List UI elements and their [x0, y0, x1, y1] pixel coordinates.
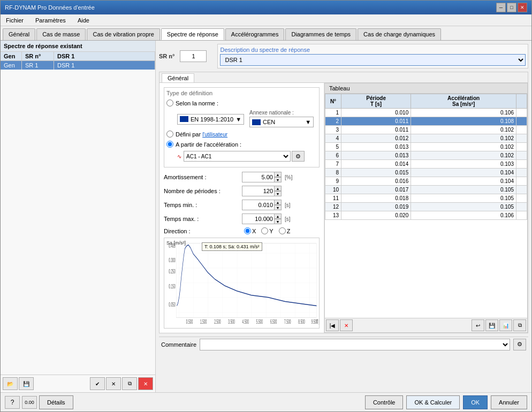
maximize-button[interactable]: □: [507, 3, 516, 12]
dir-y-text: Y: [269, 228, 273, 234]
dir-z-radio[interactable]: [279, 227, 286, 234]
cell-t: 0.020: [341, 211, 411, 220]
table-body: 10.0100.10620.0110.10830.0110.10240.0120…: [325, 109, 527, 220]
table-row[interactable]: 120.0190.105: [325, 203, 527, 211]
table-row[interactable]: 10.0100.106: [325, 109, 527, 117]
accel-select[interactable]: AC1 - AC1: [184, 151, 291, 162]
table-row[interactable]: 80.0150.104: [325, 169, 527, 177]
minimize-button[interactable]: ─: [496, 3, 506, 12]
sr-number-input[interactable]: [180, 50, 207, 62]
table-row[interactable]: 100.0170.105: [325, 186, 527, 194]
menu-aide[interactable]: Aide: [74, 16, 93, 25]
chart-svg: 0.400 0.300 0.250 0.150 0.050 0.500 1.50…: [164, 238, 319, 328]
cell-t: 0.015: [341, 169, 411, 177]
zero-button[interactable]: 0.00: [22, 396, 37, 409]
menu-parametres[interactable]: Paramètres: [32, 16, 69, 25]
table-first-btn[interactable]: |◀: [326, 319, 339, 331]
table-row[interactable]: 60.0130.102: [325, 151, 527, 160]
comment-button[interactable]: ⚙: [513, 339, 526, 350]
col-gen: Gen: [1, 52, 22, 60]
table-save-btn[interactable]: 💾: [485, 319, 498, 331]
annex-flag-icon: [252, 119, 261, 125]
radio-acceleration[interactable]: [166, 141, 173, 148]
dir-x-radio[interactable]: [244, 227, 251, 234]
ok-button[interactable]: OK: [463, 395, 488, 409]
open-button[interactable]: 📂: [3, 377, 18, 390]
desc-combo: DSR 1: [220, 54, 526, 66]
dir-z-text: Z: [287, 228, 291, 234]
menu-fichier[interactable]: Fichier: [3, 16, 27, 25]
table-row[interactable]: 90.0160.104: [325, 177, 527, 186]
tmax-input[interactable]: [242, 213, 274, 224]
uncheck-button[interactable]: ✕: [106, 377, 121, 390]
table-row[interactable]: 30.0110.102: [325, 126, 527, 134]
table-row[interactable]: 110.0180.105: [325, 194, 527, 203]
cell-n: 12: [325, 203, 341, 211]
list-item[interactable]: Gen SR 1 DSR 1: [1, 61, 155, 70]
radio-utilisateur[interactable]: [166, 131, 173, 138]
svg-text:1.500: 1.500: [200, 318, 207, 325]
left-panel-header: Spectre de réponse existant: [1, 41, 155, 52]
details-button[interactable]: Détails: [39, 395, 73, 409]
close-button[interactable]: ✕: [518, 3, 527, 12]
tmin-down[interactable]: ▼: [274, 205, 282, 210]
save-list-button[interactable]: 💾: [19, 377, 34, 390]
table-row[interactable]: 20.0110.108: [325, 117, 527, 126]
comment-input[interactable]: [200, 339, 510, 350]
amortissement-down[interactable]: ▼: [274, 177, 282, 182]
cell-t: 0.019: [341, 203, 411, 211]
norm-select[interactable]: EN 1998-1:2010 ▼: [177, 114, 244, 125]
cell-n: 4: [325, 134, 341, 143]
right-table: Tableau N° PériodeT [s] AccélérationSa […: [324, 83, 528, 333]
help-button[interactable]: ?: [5, 396, 20, 409]
amortissement-up[interactable]: ▲: [274, 172, 282, 177]
accel-browse-button[interactable]: ⚙: [292, 151, 305, 162]
table-undo-btn[interactable]: ↩: [472, 319, 484, 331]
table-export-btn[interactable]: 📊: [499, 319, 512, 331]
table-copy-btn[interactable]: ⧉: [513, 319, 526, 331]
amortissement-input[interactable]: [242, 172, 274, 182]
table-delete-btn[interactable]: ✕: [340, 319, 353, 331]
tab-vibration-propre[interactable]: Cas de vibration propre: [87, 28, 159, 40]
tab-accelerogrammes[interactable]: Accélérogrammes: [225, 28, 285, 40]
tab-general[interactable]: Général: [3, 28, 35, 40]
svg-rect-0: [177, 243, 317, 317]
list-header: Gen SR n° DSR 1: [1, 52, 155, 61]
table-row[interactable]: 50.0130.102: [325, 143, 527, 151]
tmax-down[interactable]: ▼: [274, 219, 282, 224]
periodes-spinner-buttons: ▲ ▼: [274, 186, 282, 196]
check-button[interactable]: ✔: [90, 377, 105, 390]
tmax-up[interactable]: ▲: [274, 213, 282, 219]
annex-select[interactable]: CEN ▼: [249, 117, 314, 127]
general-tab-label[interactable]: Général: [162, 73, 194, 82]
tab-spectre-reponse[interactable]: Spectre de réponse: [161, 28, 224, 40]
periodes-down[interactable]: ▼: [274, 191, 282, 196]
ok-calculer-button[interactable]: OK & Calculer: [406, 395, 460, 409]
cell-n: 1: [325, 109, 341, 117]
table-row[interactable]: 70.0140.103: [325, 160, 527, 169]
periodes-up[interactable]: ▲: [274, 186, 282, 191]
cell-spacer: [516, 194, 527, 203]
tmin-up[interactable]: ▲: [274, 200, 282, 205]
periodes-input[interactable]: [242, 186, 274, 196]
dir-y-radio[interactable]: [261, 227, 268, 234]
tab-cas-charge[interactable]: Cas de charge dynamiques: [358, 28, 441, 40]
title-bar: RF-DYNAM Pro Données d'entrée ─ □ ✕: [1, 1, 531, 14]
tmin-input[interactable]: [242, 200, 274, 210]
radio-norme[interactable]: [166, 100, 173, 106]
cell-sa: 0.105: [411, 194, 516, 203]
controle-button[interactable]: Contrôle: [365, 395, 404, 409]
tab-diagrammes-temps[interactable]: Diagrammes de temps: [285, 28, 356, 40]
delete-button[interactable]: ✕: [138, 377, 153, 390]
cell-sa: 0.102: [411, 126, 516, 134]
annuler-button[interactable]: Annuler: [491, 395, 527, 409]
table-row[interactable]: 130.0200.106: [325, 211, 527, 220]
tmin-row: Temps min. : ▲ ▼ [s]: [164, 200, 320, 210]
data-table[interactable]: N° PériodeT [s] AccélérationSa [m/s²] 10…: [325, 94, 527, 318]
table-row[interactable]: 40.0120.102: [325, 134, 527, 143]
bottom-left: ? 0.00 Détails: [5, 395, 73, 409]
desc-select[interactable]: DSR 1: [220, 54, 526, 66]
copy-button[interactable]: ⧉: [122, 377, 137, 390]
tab-cas-masse[interactable]: Cas de masse: [36, 28, 86, 40]
amortissement-row: Amortissement : ▲ ▼ [%]: [164, 172, 320, 182]
